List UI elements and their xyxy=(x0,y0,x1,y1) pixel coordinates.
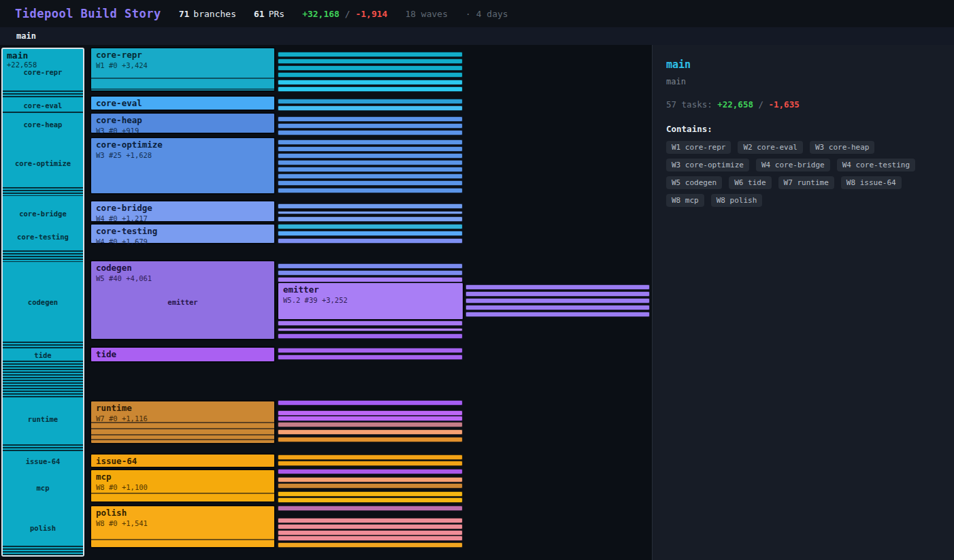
nested-branch-label: emitter xyxy=(91,298,274,306)
contains-chip[interactable]: W5 codegen xyxy=(666,176,722,189)
task-stripe[interactable] xyxy=(278,518,463,523)
task-stripe[interactable] xyxy=(278,263,463,269)
task-stripe[interactable] xyxy=(278,348,463,353)
task-stripe[interactable] xyxy=(278,72,463,78)
task-stripe[interactable] xyxy=(278,328,463,331)
task-stripe[interactable] xyxy=(278,320,463,326)
task-stripe[interactable] xyxy=(278,429,463,435)
task-stripe[interactable] xyxy=(278,203,463,209)
task-stripe[interactable] xyxy=(278,461,463,466)
contains-chip[interactable]: W7 runtime xyxy=(778,176,834,189)
branch-block-tide[interactable]: tide xyxy=(91,347,275,362)
task-stripe[interactable] xyxy=(278,483,463,489)
task-stripe[interactable] xyxy=(278,216,463,222)
contains-chip[interactable]: W8 mcp xyxy=(666,194,704,207)
task-stripe[interactable] xyxy=(278,153,463,159)
task-stripe[interactable] xyxy=(278,416,463,421)
task-stripe[interactable] xyxy=(278,542,463,548)
task-stripe[interactable] xyxy=(465,298,650,303)
branch-block-emitter[interactable]: emitterW5.2 #39 +3,252 xyxy=(278,282,463,320)
branch-name: issue-64 xyxy=(91,455,274,466)
contains-chip[interactable]: W8 issue-64 xyxy=(841,176,902,189)
tab-bar: main xyxy=(0,27,954,45)
task-stripe[interactable] xyxy=(278,333,463,339)
task-stripe[interactable] xyxy=(465,305,650,310)
task-stripe[interactable] xyxy=(278,174,463,179)
task-stripe[interactable] xyxy=(278,536,463,541)
contains-chip[interactable]: W1 core-repr xyxy=(666,141,731,154)
details-panel: main main 57 tasks: +22,658 / -1,635 Con… xyxy=(652,45,954,560)
task-stripe[interactable] xyxy=(278,160,463,165)
task-stripe[interactable] xyxy=(278,477,463,482)
branch-block-core-testing[interactable]: core-testingW4 #0 +1,679 xyxy=(91,224,275,244)
task-stripe[interactable] xyxy=(278,530,463,536)
task-stripe[interactable] xyxy=(278,188,463,193)
branch-block-core-optimize[interactable]: core-optimizeW3 #25 +1,628 xyxy=(91,137,275,194)
task-stripe[interactable] xyxy=(278,167,463,172)
task-stripe[interactable] xyxy=(465,312,650,317)
branch-block-core-repr[interactable]: core-reprW1 #0 +3,424 xyxy=(91,48,275,91)
panel-additions: +22,658 xyxy=(717,99,753,110)
task-stripe[interactable] xyxy=(278,130,463,135)
contains-chip[interactable]: W3 core-optimize xyxy=(666,159,749,171)
task-stripe[interactable] xyxy=(278,59,463,64)
task-stripe[interactable] xyxy=(278,437,463,442)
task-stripe[interactable] xyxy=(278,238,463,244)
merge-stripe-band xyxy=(3,250,83,262)
contains-chip[interactable]: W4 core-bridge xyxy=(756,159,830,171)
task-stripe[interactable] xyxy=(278,139,463,145)
branch-name: core-heap xyxy=(91,114,274,125)
branch-block-codegen[interactable]: codegenW5 #40 +4,061emitter xyxy=(91,261,275,340)
branch-block-main[interactable]: main+22,658core-reprcore-evalcore-heapco… xyxy=(1,48,84,557)
task-stripe[interactable] xyxy=(278,146,463,152)
task-stripe[interactable] xyxy=(278,86,463,92)
task-stripe[interactable] xyxy=(278,497,463,503)
task-stripe[interactable] xyxy=(278,224,463,229)
task-stripe[interactable] xyxy=(278,455,463,460)
branch-block-mcp[interactable]: mcpW8 #0 +1,100 xyxy=(91,470,275,502)
branch-block-core-heap[interactable]: core-heapW3 #0 +919 xyxy=(91,113,275,133)
task-stripe[interactable] xyxy=(278,524,463,529)
contains-chip[interactable]: W6 tide xyxy=(729,176,771,189)
branch-block-issue-64[interactable]: issue-64 xyxy=(91,454,275,467)
duration-stat: · 4 days xyxy=(465,9,508,19)
task-stripe[interactable] xyxy=(465,291,650,297)
contains-chip[interactable]: W8 polish xyxy=(711,194,763,207)
branch-block-runtime[interactable]: runtimeW7 #0 +1,116 xyxy=(91,401,275,444)
root-section-label: core-eval xyxy=(3,101,83,110)
root-section-label: core-testing xyxy=(3,233,83,241)
task-stripe[interactable] xyxy=(278,469,463,474)
task-stripe[interactable] xyxy=(278,116,463,122)
task-stripe[interactable] xyxy=(278,231,463,236)
task-stripe[interactable] xyxy=(278,400,463,406)
task-stripe[interactable] xyxy=(278,277,463,282)
branch-block-core-eval[interactable]: core-eval xyxy=(91,96,275,110)
task-stripe[interactable] xyxy=(278,123,463,129)
task-stripe[interactable] xyxy=(278,65,463,71)
task-stripe[interactable] xyxy=(278,270,463,276)
block-divider xyxy=(91,539,274,540)
task-stripe[interactable] xyxy=(278,99,463,104)
task-stripe[interactable] xyxy=(465,284,650,290)
root-section-label: core-heap xyxy=(3,120,83,129)
task-stripe[interactable] xyxy=(278,491,463,497)
contains-chip[interactable]: W4 core-testing xyxy=(837,159,915,171)
tab-main[interactable]: main xyxy=(16,31,36,41)
task-stripe[interactable] xyxy=(278,80,463,85)
additions-total: +32,168 xyxy=(302,9,340,19)
task-stripe[interactable] xyxy=(278,506,463,511)
task-stripe[interactable] xyxy=(278,355,463,360)
branch-block-core-bridge[interactable]: core-bridgeW4 #0 +1,217 xyxy=(91,201,275,222)
task-stripe[interactable] xyxy=(278,211,463,214)
task-stripe[interactable] xyxy=(278,52,463,57)
task-stripe[interactable] xyxy=(278,410,463,416)
task-stripe[interactable] xyxy=(278,105,463,111)
task-stripe[interactable] xyxy=(278,422,463,427)
root-section-label: polish xyxy=(3,524,83,532)
merge-stripe-band xyxy=(3,361,83,399)
task-stripe[interactable] xyxy=(278,180,463,186)
branch-block-polish[interactable]: polishW8 #0 +1,541 xyxy=(91,506,275,548)
app-title: Tidepool Build Story xyxy=(15,7,161,20)
contains-chip[interactable]: W3 core-heap xyxy=(810,141,874,154)
contains-chip[interactable]: W2 core-eval xyxy=(738,141,802,154)
